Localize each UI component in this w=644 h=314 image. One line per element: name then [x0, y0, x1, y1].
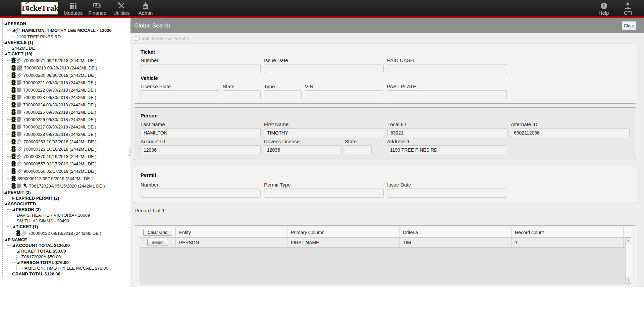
expanded-node-icon[interactable] [3, 52, 7, 56]
person-account-id-input[interactable] [141, 145, 261, 154]
clear-grid-button[interactable]: Clear Grid [143, 229, 172, 236]
top-navbar: TckeTrak Modules Finance Utilities Admin [0, 0, 644, 16]
tree-item[interactable]: 700000223 09/30/2018 (2442ML DE ) [7, 94, 130, 101]
limit-treeview-checkbox[interactable] [134, 36, 138, 41]
person-state-input[interactable] [345, 145, 372, 154]
ticket-number-label: Number [141, 57, 261, 63]
expanded-node-icon[interactable] [16, 261, 20, 264]
tree-item[interactable]: TICKET (1) [7, 224, 130, 229]
tree-item[interactable]: 700000222 09/30/2018 (2442ML DE ) [7, 86, 130, 94]
gavel-icon [22, 184, 27, 188]
tree-item[interactable]: ASSOCIATED [3, 201, 130, 207]
tree-item[interactable]: 700000071 09/19/2018 (2442ML DE ) [7, 57, 130, 64]
tree-item[interactable]: PERSON TOTAL $76.00 [12, 260, 130, 265]
tree-item[interactable]: PERMIT (2) [3, 190, 130, 195]
nav-item-modules[interactable]: Modules [61, 0, 85, 16]
vehicle-license-plate-label: License Plate [141, 84, 219, 89]
vehicle-state-input[interactable] [223, 90, 261, 99]
paperclip-icon [17, 146, 22, 152]
tree-item[interactable]: ACCOUNT TOTAL $126.00 [7, 243, 130, 248]
tree-item[interactable]: VEHICLE (1) [3, 40, 130, 45]
tree-item[interactable]: 700000225 09/30/2018 (2442ML DE ) [7, 108, 130, 116]
scroll-down-icon[interactable]: ▼ [626, 277, 631, 282]
permit-number-input[interactable] [141, 189, 261, 198]
tree-item[interactable]: 700000323 10/16/2018 (2442ML DE ) [7, 145, 130, 153]
vehicle-state-label: State [223, 84, 261, 89]
person-first-name-label: First Name [264, 121, 384, 127]
clear-button[interactable]: Clear [622, 21, 636, 30]
tree-item[interactable]: 8900000112 09/19/2019 (2442ML DE ) [7, 175, 130, 182]
expanded-node-icon[interactable] [11, 29, 15, 32]
vehicle-past-plate-input[interactable] [387, 90, 507, 99]
tree-item[interactable]: GRAND TOTAL $126.00 [7, 271, 130, 277]
tree-item[interactable]: TICKET TOTAL $50.00 [12, 248, 130, 254]
permit-type-input[interactable] [264, 189, 384, 198]
nav-item-admin[interactable]: Admin [133, 0, 158, 16]
tree-item-label: HAMILTON, TIMOTHY LEE MCCALL - 12036 [21, 28, 112, 33]
expanded-node-icon[interactable] [3, 41, 7, 44]
permit-issue-date-input[interactable] [387, 189, 507, 198]
tree-item[interactable]: 1190 TREE PINES RD [12, 34, 130, 40]
tree-item[interactable]: FINANCE [3, 237, 130, 243]
expanded-node-icon[interactable] [3, 238, 7, 242]
tree-item[interactable]: 700000226 09/30/2018 (2442ML DE ) [7, 116, 130, 123]
ticket-issue-date-input[interactable] [264, 64, 384, 73]
tree-item[interactable]: PERSON [3, 21, 130, 27]
tree-item[interactable]: 700000220 09/30/2018 (2442ML DE ) [7, 71, 130, 79]
vehicle-vin-input[interactable] [305, 90, 383, 99]
tree-item[interactable]: 700000224 09/30/2018 (2442ML DE ) [7, 101, 130, 108]
person-alternate-id-input[interactable] [511, 128, 630, 137]
tree-item-label: 700000032 09/13/2018 (2442ML DE ) [28, 231, 101, 236]
tree-item[interactable]: EXPIRED PERMIT (2) [7, 195, 130, 201]
expanded-node-icon[interactable] [11, 244, 15, 247]
person-address1-input[interactable] [387, 145, 507, 154]
expanded-node-icon[interactable] [3, 191, 7, 194]
tree-item[interactable]: 2442ML DE [7, 45, 130, 51]
collapsed-node-icon[interactable] [11, 196, 15, 200]
expanded-node-icon[interactable] [11, 225, 15, 228]
nav-item-utilities[interactable]: Utilities [109, 0, 133, 16]
scroll-up-icon[interactable]: ▲ [626, 238, 631, 243]
tree-item[interactable]: SMITH, AJ SIMMS - 30499 [12, 218, 130, 224]
nav-item-label: Utilities [113, 10, 129, 16]
person-first-name-input[interactable] [264, 128, 384, 137]
tree-item[interactable]: 700000370 10/19/2018 (2442ML DE ) [7, 153, 130, 160]
tree-item[interactable]: TICKET (18) [3, 51, 130, 57]
tree-item[interactable]: HAMILTON, TIMOTHY LEE MCCALL $76.00 [17, 265, 130, 271]
tree-item[interactable]: 700000227 09/30/2018 (2442ML DE ) [7, 123, 130, 130]
tree-item[interactable]: 700000221 09/30/2018 (2442ML DE ) [7, 79, 130, 86]
expanded-node-icon[interactable] [3, 22, 7, 25]
person-last-name-input[interactable] [141, 128, 261, 137]
vehicle-license-plate-input[interactable] [141, 90, 219, 99]
select-row-button[interactable]: Select [147, 239, 168, 246]
expanded-node-icon[interactable] [3, 202, 7, 206]
tree-item[interactable]: T06172020A 05/15/2020 (2442ML DE ) [7, 182, 130, 190]
person-local-id-label: Local ID [387, 121, 507, 127]
ticket-vehicle-panel: Ticket Number Issue Date PAID CASH Vehic… [134, 44, 636, 104]
nav-item-cti[interactable]: CTI [616, 0, 640, 16]
tree-item[interactable]: 700000213 09/28/2018 (2442ML DE ) [7, 64, 130, 71]
expanded-node-icon[interactable] [11, 208, 15, 211]
person-drivers-license-input[interactable] [264, 145, 341, 154]
tree-item[interactable]: 700000032 09/13/2018 (2442ML DE ) [12, 229, 130, 237]
person-local-id-input[interactable] [387, 128, 507, 137]
nav-item-finance[interactable]: Finance [85, 0, 109, 16]
vehicle-type-input[interactable] [264, 90, 302, 99]
cell-primary-column: FIRST NAME [287, 238, 399, 247]
expanded-node-icon[interactable] [16, 249, 20, 253]
tree-item[interactable]: DAVIS, HEATHER VICTORIA - 10609 [12, 212, 130, 218]
tree-item[interactable]: 900000557 02/17/2019 (2442ML DE ) [7, 160, 130, 167]
ticket-paid-cash-input[interactable] [387, 64, 507, 73]
tree-item[interactable]: 700000228 09/30/2018 (2442ML DE ) [7, 130, 130, 138]
nav-item-help[interactable]: Help [592, 0, 616, 16]
signal-arcs-icon [25, 1, 30, 4]
tree-item[interactable]: T06172020A $50.00 [17, 254, 130, 260]
grid-vertical-scrollbar[interactable]: ▲ ▼ [625, 238, 631, 283]
tree-item[interactable]: PERSON (2) [7, 207, 130, 212]
tree-item[interactable]: 900000560 02/17/2019 (2442ML DE ) [7, 167, 130, 175]
grid-row[interactable]: Select PERSON FIRST NAME TIM 1 [140, 238, 631, 248]
ticket-number-input[interactable] [141, 64, 261, 73]
tree-item[interactable]: HAMILTON, TIMOTHY LEE MCCALL - 12036 [7, 27, 130, 34]
tree-item[interactable]: 700000253 10/03/2018 (2442ML DE ) [7, 138, 130, 145]
tree-item-label: 700000323 10/16/2018 (2442ML DE ) [23, 147, 97, 152]
